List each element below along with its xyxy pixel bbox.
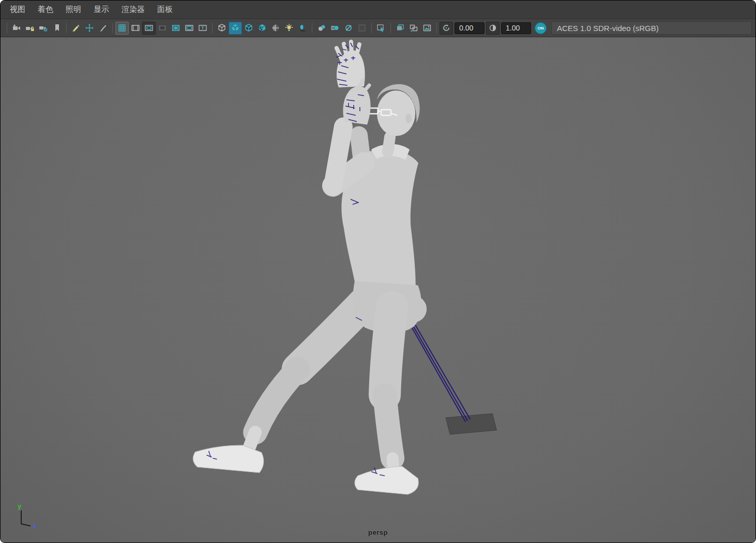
gamma-icon: [488, 23, 497, 33]
maya-viewport-window: 视图 着色 照明 显示 渲染器 面板: [0, 0, 756, 543]
menu-view[interactable]: 视图: [4, 1, 32, 19]
right-shoe: [355, 466, 418, 494]
frame-copy-button[interactable]: [394, 22, 407, 35]
frame-swap-button[interactable]: [407, 22, 420, 35]
grid-toggle-button[interactable]: [115, 22, 129, 35]
ambient-occlusion-button[interactable]: [315, 22, 328, 35]
head: [377, 90, 415, 136]
panel-menubar: 视图 着色 照明 显示 渲染器 面板: [1, 1, 755, 19]
light-bulb-icon: [284, 23, 294, 33]
checker-sphere-icon: [271, 23, 280, 33]
select-camera-icon: [12, 23, 21, 33]
color-management-toggle[interactable]: ON: [535, 22, 547, 34]
toolbar-divider: [371, 23, 372, 33]
frame-swap-icon: [409, 23, 418, 33]
film-gate-button[interactable]: [129, 22, 142, 35]
left-shoe: [193, 445, 264, 473]
toolbar-divider: [436, 23, 437, 33]
use-all-lights-button[interactable]: [282, 22, 296, 35]
resolution-gate-icon: [144, 23, 154, 33]
toolbar-divider: [7, 23, 7, 33]
grease-pencil-button[interactable]: [69, 22, 83, 35]
color-management-on-label: ON: [538, 26, 544, 31]
menu-panels[interactable]: 面板: [151, 1, 179, 19]
wireframe-button[interactable]: [215, 22, 229, 35]
film-gate-icon: [131, 23, 140, 33]
axis-z-label: z: [33, 522, 37, 529]
character-model[interactable]: [193, 42, 427, 494]
exposure-icon: [442, 23, 451, 33]
toolbar-divider: [66, 23, 67, 33]
select-camera-button[interactable]: [10, 22, 23, 35]
lock-camera-icon: [25, 23, 35, 33]
wireframe-cube-icon: [217, 23, 226, 33]
grease-pencil-icon: [71, 23, 81, 33]
image-output-icon: [422, 23, 432, 33]
lower-hand: [343, 86, 370, 125]
resolution-gate-button[interactable]: [142, 22, 156, 35]
menu-lighting[interactable]: 照明: [59, 1, 87, 19]
ground-plane[interactable]: [446, 414, 496, 434]
blank-slot-icon: [357, 23, 367, 33]
paint-brush-icon: [98, 23, 108, 33]
pan-zoom-button[interactable]: [83, 22, 96, 35]
bookmarks-button[interactable]: [50, 22, 64, 35]
field-chart-button[interactable]: [169, 22, 183, 35]
svg-text:T: T: [201, 25, 204, 31]
safe-action-button[interactable]: [183, 22, 196, 35]
grid-icon: [117, 23, 127, 33]
gate-mask-button[interactable]: [156, 22, 169, 35]
shaded-cube-icon: [231, 23, 240, 33]
pan-zoom-icon: [85, 23, 94, 33]
ambient-occlusion-icon: [317, 23, 326, 33]
toolbar-divider: [312, 23, 312, 33]
isolate-select-button[interactable]: [374, 22, 388, 35]
motion-blur-icon: [330, 23, 340, 33]
frame-copy-icon: [396, 23, 405, 33]
panel-toolbar: T: [1, 19, 755, 37]
exposure-button[interactable]: [440, 22, 453, 35]
shadows-button[interactable]: [296, 22, 309, 35]
extra-option-button[interactable]: [355, 22, 369, 35]
safe-title-icon: T: [198, 23, 207, 33]
toolbar-divider: [390, 23, 391, 33]
wireframe-on-shaded-button[interactable]: [242, 22, 255, 35]
camera-name-label: persp: [1, 529, 755, 536]
textured-button[interactable]: [255, 22, 269, 35]
gamma-button[interactable]: [486, 22, 500, 35]
ear: [405, 114, 412, 123]
isolate-select-icon: [376, 23, 386, 33]
use-default-material-button[interactable]: [269, 22, 282, 35]
menu-shading[interactable]: 着色: [32, 1, 59, 19]
viewport-3d[interactable]: y z persp: [1, 37, 755, 542]
safe-title-button[interactable]: T: [196, 22, 209, 35]
field-chart-icon: [171, 23, 180, 33]
paint-tool-button[interactable]: [96, 22, 110, 35]
lock-camera-button[interactable]: [23, 22, 37, 35]
motion-blur-button[interactable]: [328, 22, 342, 35]
menu-renderer[interactable]: 渲染器: [115, 1, 151, 19]
scene-render: [1, 37, 755, 542]
colorspace-selector[interactable]: ACES 1.0 SDR-video (sRGB): [551, 21, 752, 35]
axis-y-label: y: [18, 502, 22, 510]
shadows-sphere-icon: [298, 23, 307, 33]
image-output-button[interactable]: [420, 22, 434, 35]
exposure-field[interactable]: [455, 22, 485, 34]
anti-aliasing-icon: [344, 23, 353, 33]
camera-attributes-icon: [39, 23, 48, 33]
safe-action-icon: [185, 23, 194, 33]
bookmark-icon: [52, 23, 62, 33]
toolbar-divider: [112, 23, 113, 33]
camera-attributes-button[interactable]: [37, 22, 50, 35]
anti-aliasing-button[interactable]: [342, 22, 355, 35]
wireframe-on-shaded-icon: [244, 23, 253, 33]
toolbar-divider: [212, 23, 213, 33]
gamma-field[interactable]: [501, 22, 531, 34]
gate-mask-icon: [158, 23, 167, 33]
smooth-shade-all-button[interactable]: [229, 22, 242, 35]
menu-show[interactable]: 显示: [87, 1, 115, 19]
axis-gizmo: y z: [14, 502, 41, 529]
textured-cube-icon: [258, 23, 267, 33]
rig-tail-curve[interactable]: [410, 322, 470, 422]
